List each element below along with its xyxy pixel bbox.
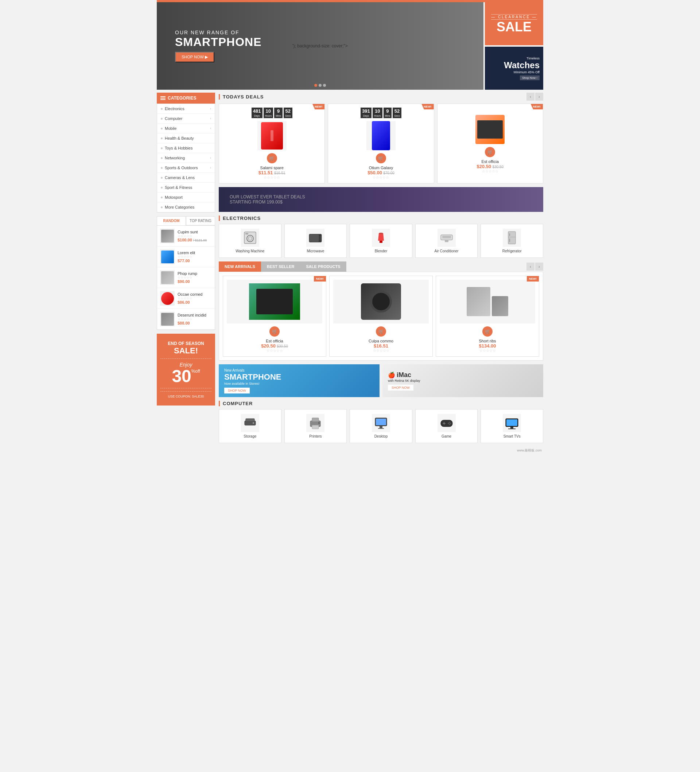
products-prev-arrow[interactable]: ‹ <box>527 263 535 271</box>
electronics-header: ELECTRONICS <box>219 216 543 221</box>
product-name[interactable]: Deserunt incidid <box>178 313 206 317</box>
washing-machine-icon <box>241 229 259 247</box>
promo-sub: New Arrivals <box>224 368 281 372</box>
tab-sale-products[interactable]: SALE PRODUCTS <box>301 262 346 272</box>
deal-pricing-1: $11.51 $16.51 <box>223 170 321 175</box>
elec-cat-washing[interactable]: Washing Machine <box>219 224 281 258</box>
watches-shop-now[interactable]: Shop Now › <box>520 75 540 80</box>
smart-tv-icon <box>503 414 521 432</box>
product-name-2: Culpa commo <box>333 339 429 343</box>
promo-shop-button[interactable]: SHOP NOW <box>224 388 250 394</box>
deal-card-3: NEW! 🛒 Est officia $20.50 $30.50 ☆☆☆☆☆ <box>437 103 543 183</box>
comp-cat-smart-tvs[interactable]: Smart TVs <box>481 409 543 443</box>
eos-off: %off <box>191 369 200 373</box>
deal-pricing-2: $50.00 $70.00 <box>332 170 430 175</box>
category-item-networking[interactable]: Networking › <box>157 153 215 163</box>
add-to-cart-button-2[interactable]: 🛒 <box>376 153 386 164</box>
promo-left-text: New Arrivals SMARTPHONE Now available in… <box>224 368 281 394</box>
add-to-cart-button-3[interactable]: 🛒 <box>485 147 495 157</box>
svg-point-25 <box>318 422 320 424</box>
arrow-right-icon: › <box>210 117 211 120</box>
promo-sub2: Now available in Stores! <box>224 382 281 386</box>
comp-cat-printers[interactable]: Printers <box>285 409 347 443</box>
product-name-3: Short ribs <box>440 339 535 343</box>
eos-percent: 30 <box>172 368 191 385</box>
category-item-sports[interactable]: Sports & Outdoors › <box>157 163 215 173</box>
svg-rect-12 <box>442 236 451 237</box>
product-price: $100.00 / $121.00 <box>178 238 207 242</box>
category-item-computer[interactable]: Computer › <box>157 114 215 124</box>
new-badge: NEW! <box>531 104 543 110</box>
arrow-right-icon: › <box>210 166 211 170</box>
comp-cat-desktop[interactable]: Desktop <box>350 409 412 443</box>
svg-point-10 <box>379 233 383 234</box>
tab-random[interactable]: RANDOM <box>157 216 186 226</box>
product-name[interactable]: Phop rump <box>178 272 197 276</box>
product-price: $90.00 <box>178 279 197 284</box>
svg-rect-15 <box>508 232 515 244</box>
promo-imac-banner: 🍎 iMac with Retina 5K display SHOP NOW <box>383 364 543 397</box>
clearance-dash: — CLEARANCE — <box>491 14 537 20</box>
category-item-sport-fitness[interactable]: Sport & Fitness <box>157 183 215 193</box>
sidebar-product-1: Cupim sunt ☆☆☆☆☆ $100.00 / $121.00 <box>157 226 215 247</box>
tab-new-arrivals[interactable]: NEW ARRIVALS <box>219 262 261 272</box>
comp-cat-storage[interactable]: Storage <box>219 409 281 443</box>
elec-cat-microwave[interactable]: Microwave <box>285 224 347 258</box>
products-next-arrow[interactable]: › <box>535 263 543 271</box>
add-to-cart-button-1[interactable]: 🛒 <box>267 153 277 164</box>
deal-name-2: Otium Galaxy <box>332 165 430 170</box>
elec-cat-blender[interactable]: Blender <box>350 224 412 258</box>
elec-cat-air-conditioner[interactable]: Air Conditioner <box>415 224 478 258</box>
category-item-more[interactable]: More Categories <box>157 203 215 212</box>
product-cart-button-2[interactable]: 🛒 <box>376 326 386 337</box>
svg-rect-7 <box>319 236 321 241</box>
comp-cat-game[interactable]: Game <box>415 409 478 443</box>
hero-dot-3[interactable] <box>323 84 326 87</box>
categories-header: CATEGORIES <box>157 93 215 103</box>
svg-rect-28 <box>379 426 383 428</box>
air-conditioner-label: Air Conditioner <box>418 249 476 253</box>
categories-title: CATEGORIES <box>168 96 196 101</box>
elec-cat-refrigerator[interactable]: Refrigerator <box>481 224 543 258</box>
product-thumbnail <box>160 291 175 306</box>
sidebar-tabs: RANDOM TOP RATING <box>157 216 215 226</box>
category-item-cameras[interactable]: Cameras & Lens <box>157 173 215 183</box>
product-name[interactable]: Occae corned <box>178 292 202 296</box>
category-item-health-beauty[interactable]: Health & Beauty <box>157 134 215 143</box>
product-cart-button-1[interactable]: 🛒 <box>270 326 280 337</box>
category-item-electronics[interactable]: Electronics › <box>157 104 215 114</box>
hero-dot-2[interactable] <box>319 84 322 87</box>
imac-shop-button[interactable]: SHOP NOW <box>388 385 414 391</box>
menu-line-3 <box>160 99 165 100</box>
old-price: / $121.00 <box>193 239 207 242</box>
computer-header: COMPUTER <box>219 401 543 406</box>
product-cart-button-3[interactable]: 🛒 <box>482 326 492 337</box>
category-item-mobile[interactable]: Mobile › <box>157 124 215 134</box>
svg-rect-5 <box>310 235 319 241</box>
svg-point-35 <box>448 423 449 424</box>
computer-categories: Storage Printers Desktop Game <box>219 409 543 443</box>
product-thumbnail <box>160 312 175 326</box>
deal-card-1: NEW! 481Days 10Hours 9Mins 52Secs 🛒 Sala… <box>219 103 325 183</box>
deals-prev-arrow[interactable]: ‹ <box>527 93 535 101</box>
cat-bullet <box>161 177 163 179</box>
category-label: Computer <box>165 116 182 121</box>
category-label: Toys & Hobbies <box>165 146 193 150</box>
category-item-motosport[interactable]: Motosport <box>157 193 215 203</box>
refrigerator-label: Refrigerator <box>483 249 541 253</box>
category-item-toys-hobbies[interactable]: Toys & Hobbies <box>157 143 215 153</box>
timer-hours: 10Hours <box>373 108 383 118</box>
tab-top-rating[interactable]: TOP RATING <box>186 216 215 226</box>
svg-point-34 <box>449 424 450 425</box>
deals-next-arrow[interactable]: › <box>535 93 543 101</box>
product-card-3: NEW! 🛒 Short ribs $134.00 ☆☆☆☆☆ <box>436 276 539 357</box>
product-name[interactable]: Cupim sunt <box>178 230 207 234</box>
product-name[interactable]: Lorem elit <box>178 250 195 255</box>
game-icon <box>437 414 456 432</box>
product-stars: ☆☆☆☆☆ <box>178 276 197 279</box>
hero-shop-button[interactable]: SHOP NOW ▶ <box>175 52 214 62</box>
hero-dot-1[interactable] <box>314 84 317 87</box>
watches-title: Watches <box>504 60 540 70</box>
timer-mins: 9Mins <box>384 108 392 118</box>
tab-best-seller[interactable]: BEST SELLER <box>261 262 301 272</box>
